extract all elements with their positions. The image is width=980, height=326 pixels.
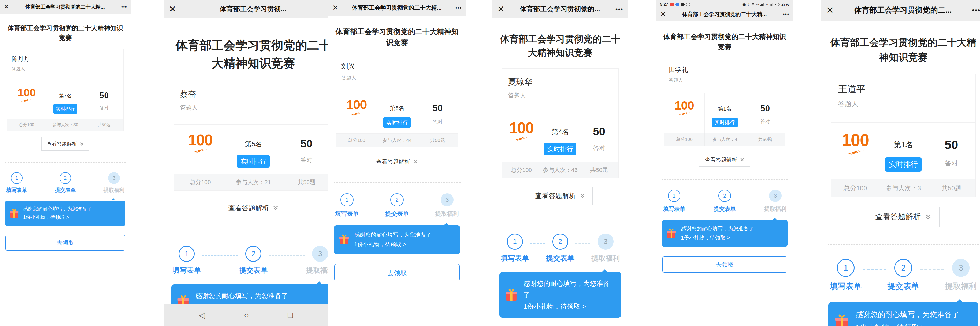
- steps-progress: 1 填写表单 2 提交表单 3 提取福利: [171, 246, 328, 275]
- close-icon[interactable]: ✕: [826, 6, 834, 15]
- view-analysis-button[interactable]: 查看答题解析: [867, 207, 940, 227]
- chevron-double-down-icon: [925, 214, 931, 220]
- dashed-divider: [662, 179, 788, 180]
- step-1-circle: 1: [178, 246, 194, 262]
- answerer-label: 答题人: [669, 77, 781, 83]
- card-footer: 总分100 参与人次：21 共50题: [174, 174, 328, 190]
- step-3-circle: 3: [598, 233, 614, 249]
- signal-icon: [760, 3, 764, 6]
- result-card: 田学礼 答题人 100 第1名 实时排行 50: [664, 59, 786, 146]
- view-analysis-button[interactable]: 查看答题解析: [528, 187, 593, 205]
- back-button[interactable]: ◁: [199, 311, 205, 319]
- correct-cell: 50 答对: [927, 123, 975, 179]
- gift-banner[interactable]: 感谢您的耐心填写，为您准备了 1份小礼物，待领取 >: [662, 220, 788, 247]
- app-notification-icon: [676, 3, 679, 6]
- more-menu-icon[interactable]: •••: [121, 5, 127, 9]
- app-notification-icon: [670, 3, 674, 6]
- home-button[interactable]: ○: [244, 311, 249, 319]
- step-3-circle: 3: [312, 246, 327, 262]
- more-menu-icon[interactable]: •••: [455, 5, 462, 11]
- rank-cell: 第1名 实时排行: [879, 123, 927, 179]
- claim-button[interactable]: 去领取: [662, 256, 788, 273]
- close-icon[interactable]: ✕: [660, 11, 666, 18]
- bluetooth-icon: ᛒ: [747, 2, 749, 7]
- more-menu-icon[interactable]: •••: [616, 6, 623, 13]
- step-submit-form: 2 提交表单: [713, 190, 737, 213]
- step-3-circle: 3: [441, 193, 454, 207]
- step-submit-form: 2 提交表单: [54, 172, 76, 194]
- live-ranking-button[interactable]: 实时排行: [237, 155, 270, 168]
- total-questions-label: 共50题: [579, 162, 618, 178]
- view-analysis-button[interactable]: 查看答题解析: [221, 199, 286, 217]
- step-2-circle: 2: [718, 190, 731, 202]
- rank-cell: 第4名 实时排行: [541, 112, 579, 162]
- score-cell: 100: [174, 125, 227, 174]
- banner-text: 感谢您的耐心填写，为您准备了 1份小礼物，待领取 >: [23, 205, 92, 222]
- wechat-header: ✕ 体育部工会学习贯彻党的二十大精... •••: [0, 0, 130, 14]
- step-connector: [530, 243, 545, 244]
- close-icon[interactable]: ✕: [497, 5, 504, 13]
- result-card: 夏琼华 答题人 100 第4名 实时排行 50: [502, 68, 619, 178]
- gift-banner[interactable]: 感谢您的耐心填写，为您准备了 1份小礼物，待领取 >: [5, 201, 126, 226]
- step-1-circle: 1: [668, 190, 681, 202]
- view-analysis-button[interactable]: 查看答题解析: [41, 137, 89, 151]
- live-ranking-button[interactable]: 实时排行: [712, 118, 738, 128]
- more-menu-icon[interactable]: •••: [783, 11, 789, 17]
- total-questions-label: 共50题: [745, 133, 785, 145]
- claim-button[interactable]: 去领取: [5, 235, 125, 251]
- page-title: 体育部工会学习贯彻党的二十大精神知识竞赛: [499, 32, 622, 60]
- steps-progress: 1 填写表单 2 提交表单 3 提取福利: [662, 190, 788, 213]
- phone-panel: ✕ 体育部工会学习贯彻党的... ••• 体育部工会学习贯彻党的二十大精神知识竞…: [492, 0, 655, 326]
- header-title: 体育部工会学习贯彻...: [176, 5, 328, 14]
- status-time: 9:27: [660, 2, 668, 7]
- view-analysis-button[interactable]: 查看答题解析: [699, 152, 750, 167]
- view-analysis-label: 查看答题解析: [705, 156, 737, 163]
- score-cell: 100: [336, 92, 377, 133]
- eye-protection-icon: ◉: [742, 2, 746, 7]
- score-value: 100: [336, 98, 377, 111]
- live-ranking-button[interactable]: 实时排行: [885, 157, 921, 172]
- view-analysis-label: 查看答题解析: [376, 158, 410, 165]
- step-fill-form: 1 填写表单: [5, 172, 28, 194]
- live-ranking-button[interactable]: 实时排行: [544, 143, 577, 155]
- gift-banner[interactable]: 感谢您的耐心填写，为您准备了 1份小礼物，待领取 >: [499, 272, 621, 318]
- live-ranking-button[interactable]: 实时排行: [383, 117, 410, 128]
- close-icon[interactable]: ✕: [169, 5, 176, 13]
- total-questions-label: 共50题: [927, 179, 975, 197]
- close-icon[interactable]: ✕: [332, 4, 338, 11]
- correct-count: 50: [417, 103, 458, 113]
- page-title: 体育部工会学习贯彻党的二十大精神知识竞赛: [828, 35, 979, 64]
- correct-cell: 50 答对: [84, 81, 123, 118]
- gift-banner[interactable]: 感谢您的耐心填写，为您准备了 1份小礼物，待领取 >: [334, 225, 460, 254]
- step-1-circle: 1: [340, 193, 354, 207]
- claim-button[interactable]: 去领取: [334, 264, 460, 281]
- recents-button[interactable]: □: [288, 311, 293, 319]
- rank-value: 第1名: [705, 105, 745, 112]
- quiz-result-page: ✕ 体育部工会学习贯彻党的二十大精... ••• 体育部工会学习贯彻党的二十大精…: [0, 0, 130, 251]
- answerer-name: 蔡奋: [180, 89, 327, 100]
- total-score-label: 总分100: [7, 119, 46, 131]
- step-1-label: 填写表单: [172, 266, 202, 275]
- page-title: 体育部工会学习贯彻党的二十大精神知识竞赛: [334, 26, 460, 48]
- participants-label: 参与人次：44: [377, 134, 417, 147]
- chevron-double-down-icon: [579, 193, 585, 198]
- quiz-result-page: ✕ 体育部工会学习贯彻党的二... ••• 体育部工会学习贯彻党的二十大精神知识…: [821, 0, 980, 326]
- screenshot-grid: ✕ 体育部工会学习贯彻党的二十大精... ••• 体育部工会学习贯彻党的二十大精…: [0, 0, 980, 326]
- total-score-label: 总分100: [174, 174, 227, 190]
- close-icon[interactable]: ✕: [4, 4, 9, 10]
- step-1-label: 填写表单: [662, 205, 686, 213]
- battery-icon: [775, 3, 780, 6]
- score-swoosh-icon: [349, 112, 364, 116]
- live-ranking-button[interactable]: 实时排行: [53, 104, 77, 113]
- gift-banner[interactable]: 感谢您的耐心填写，为您准备了 1份小礼物，待领取 >: [828, 302, 978, 326]
- step-3-circle: 3: [108, 172, 120, 184]
- step-2-circle: 2: [390, 193, 404, 207]
- view-analysis-button[interactable]: 查看答题解析: [370, 154, 424, 169]
- answerer-label: 答题人: [342, 74, 453, 81]
- correct-cell: 50 答对: [280, 125, 327, 174]
- banner-text: 感谢您的耐心填写，为您准备了 1份小礼物，待领取 >: [354, 230, 431, 249]
- wifi-icon: [751, 3, 755, 6]
- steps-progress: 1 填写表单 2 提交表单 3 提取福利: [499, 233, 622, 263]
- step-submit-form: 2 提交表单: [238, 246, 269, 275]
- more-menu-icon[interactable]: •••: [972, 7, 980, 14]
